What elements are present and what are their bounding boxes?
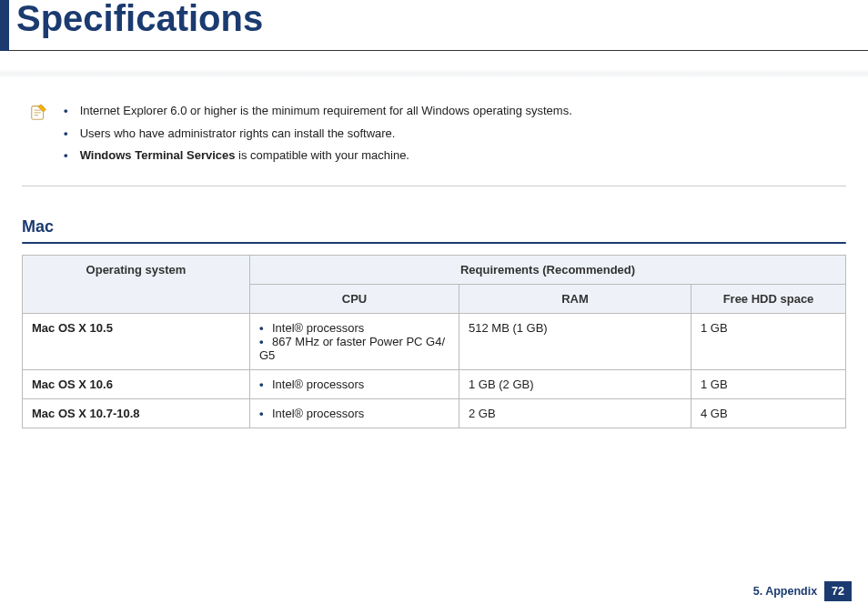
- cell-ram: 2 GB: [459, 399, 691, 428]
- content: Internet Explorer 6.0 or higher is the m…: [0, 78, 868, 428]
- cell-os: Mac OS X 10.5: [23, 314, 250, 370]
- cpu-item: Intel® processors: [259, 321, 449, 335]
- cell-hdd: 4 GB: [691, 399, 846, 428]
- section-rule: [22, 242, 846, 244]
- spec-table: Operating system Requirements (Recommend…: [22, 255, 846, 428]
- footer-chapter: 5. Appendix: [753, 585, 817, 598]
- th-ram: RAM: [459, 285, 691, 314]
- cell-cpu: Intel® processors: [250, 399, 459, 428]
- th-cpu: CPU: [250, 285, 459, 314]
- note-item: Internet Explorer 6.0 or higher is the m…: [64, 100, 572, 123]
- header-bar: Specifications: [0, 0, 868, 51]
- footer-page: 72: [824, 581, 852, 601]
- cell-ram: 512 MB (1 GB): [459, 314, 691, 370]
- section-heading: Mac: [22, 217, 846, 237]
- note-item: Windows Terminal Services is compatible …: [64, 145, 572, 167]
- spec-table-body: Mac OS X 10.5 Intel® processors 867 MHz …: [23, 314, 846, 428]
- cell-cpu: Intel® processors 867 MHz or faster Powe…: [250, 314, 459, 370]
- note-item: Users who have administrator rights can …: [64, 123, 572, 146]
- table-row: Mac OS X 10.7-10.8 Intel® processors 2 G…: [23, 399, 846, 428]
- cpu-item: Intel® processors: [259, 407, 449, 420]
- note-block: Internet Explorer 6.0 or higher is the m…: [22, 100, 846, 186]
- page-title: Specifications: [9, 0, 263, 36]
- cell-os: Mac OS X 10.6: [23, 370, 250, 399]
- th-hdd: Free HDD space: [691, 285, 846, 314]
- th-os: Operating system: [23, 256, 250, 314]
- note-list: Internet Explorer 6.0 or higher is the m…: [64, 100, 572, 167]
- cell-cpu: Intel® processors: [250, 370, 459, 399]
- cpu-item: 867 MHz or faster Power PC G4/ G5: [259, 335, 449, 362]
- note-icon: [29, 102, 49, 122]
- cell-os: Mac OS X 10.7-10.8: [23, 399, 250, 428]
- note-text: Users who have administrator rights can …: [80, 126, 396, 140]
- cpu-item: Intel® processors: [259, 377, 449, 391]
- header-accent: [0, 0, 9, 51]
- note-text: is compatible with your machine.: [236, 148, 409, 162]
- note-strong: Windows Terminal Services: [80, 148, 236, 162]
- table-row: Mac OS X 10.6 Intel® processors 1 GB (2 …: [23, 370, 846, 399]
- footer: 5. Appendix 72: [753, 581, 852, 601]
- note-text: Internet Explorer 6.0 or higher is the m…: [80, 104, 572, 117]
- th-req: Requirements (Recommended): [250, 256, 846, 285]
- cell-ram: 1 GB (2 GB): [459, 370, 691, 399]
- cell-hdd: 1 GB: [691, 314, 846, 370]
- cell-hdd: 1 GB: [691, 370, 846, 399]
- spec-table-head: Operating system Requirements (Recommend…: [23, 256, 846, 314]
- table-row: Mac OS X 10.5 Intel® processors 867 MHz …: [23, 314, 846, 370]
- header-shadow: [0, 69, 868, 78]
